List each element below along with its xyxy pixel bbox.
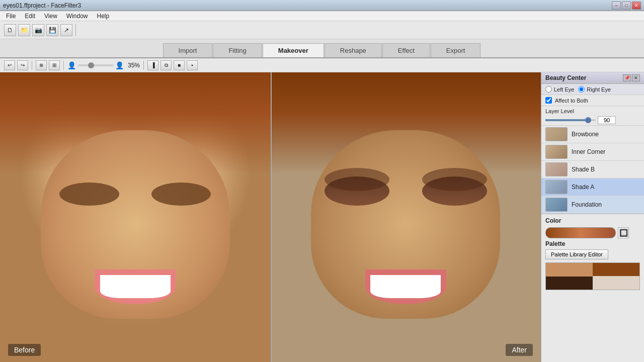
color-section: Color 🔲 Palette Palette Library Editor [541, 214, 644, 292]
person-icon: 👤 [67, 61, 76, 69]
view-after-btn[interactable]: ▪ [187, 60, 198, 70]
layer-inner-corner-thumb [545, 145, 568, 159]
menu-window[interactable]: Window [62, 12, 92, 21]
right-eye-option[interactable]: Right Eye [578, 86, 611, 93]
layer-shade-a-label: Shade A [572, 184, 594, 191]
tab-reshape[interactable]: Reshape [325, 43, 382, 57]
separator2 [63, 61, 64, 70]
titlebar-title: eyes01.ffproject - FaceFilter3 [3, 2, 81, 9]
undo-button[interactable]: ↩ [4, 60, 15, 70]
layer-level-label: Layer Level [545, 108, 640, 114]
left-eye-option[interactable]: Left Eye [545, 86, 574, 93]
titlebar: eyes01.ffproject - FaceFilter3 − □ ✕ [0, 0, 644, 11]
menu-file[interactable]: File [2, 12, 20, 21]
open-button[interactable]: 📁 [18, 24, 30, 36]
affect-both-label: Affect to Both [555, 98, 588, 104]
layer-browbone-thumb [545, 127, 568, 141]
separator1 [32, 61, 32, 70]
canvas-area: Before After [0, 72, 541, 362]
layer-shade-b[interactable]: Shade B [541, 161, 644, 178]
view-split-btn[interactable]: ▐ [147, 60, 158, 70]
tab-fitting[interactable]: Fitting [213, 43, 262, 57]
bc-pin-button[interactable]: 📌 [623, 74, 631, 81]
zoom-slider[interactable] [78, 64, 113, 66]
before-panel: Before [0, 72, 271, 362]
after-label: After [506, 344, 533, 356]
after-panel: After [271, 72, 541, 362]
capture-button[interactable]: 📷 [32, 24, 44, 36]
color-label: Color [545, 217, 640, 224]
layer-inner-corner[interactable]: Inner Corner [541, 143, 644, 161]
right-eye-label: Right Eye [587, 86, 611, 93]
tab-import[interactable]: Import [163, 43, 213, 57]
toolbar2: ↩ ↪ ⊗ ⊞ 👤 👤 35% ▐ ⧉ ■ ▪ [0, 58, 644, 72]
tab-makeover[interactable]: Makeover [263, 43, 324, 57]
palette-label: Palette [545, 240, 640, 247]
new-button[interactable]: 🗋 [4, 24, 16, 36]
close-button[interactable]: ✕ [632, 2, 641, 10]
palette-grid[interactable] [545, 262, 640, 290]
layer-browbone[interactable]: Browbone [541, 126, 644, 143]
separator3 [143, 61, 144, 70]
layer-level-row: Layer Level 90 [541, 106, 644, 126]
layer-shade-b-label: Shade B [572, 166, 595, 173]
layer-level-input[interactable]: 90 [598, 116, 616, 124]
beauty-center-header: Beauty Center 📌 ✕ [541, 72, 644, 84]
menubar: File Edit View Window Help [0, 11, 644, 21]
color-swatch[interactable] [545, 227, 616, 238]
cancel-button[interactable]: ⊗ [36, 60, 47, 70]
menu-edit[interactable]: Edit [21, 12, 39, 21]
person-large-icon: 👤 [115, 61, 124, 69]
toolbar-separator [75, 24, 76, 36]
layer-foundation-thumb [545, 198, 568, 212]
view-compare-btn[interactable]: ⧉ [160, 60, 172, 70]
affect-row: Affect to Both [541, 95, 644, 106]
eye-selector: Left Eye Right Eye [541, 84, 644, 95]
titlebar-controls: − □ ✕ [612, 2, 641, 10]
layer-list: Browbone Inner Corner Shade B Shade A Fo… [541, 126, 644, 214]
save-button[interactable]: 💾 [46, 24, 58, 36]
layer-foundation-label: Foundation [572, 201, 602, 208]
layer-level-controls: 90 [545, 116, 640, 124]
minimize-button[interactable]: − [612, 2, 621, 10]
palette-editor-button[interactable]: Palette Library Editor [545, 249, 608, 259]
eyedropper-button[interactable]: 🔲 [618, 227, 629, 238]
main-area: Before After [0, 72, 644, 362]
layer-shade-a-thumb [545, 180, 568, 194]
redo-button[interactable]: ↪ [17, 60, 28, 70]
tab-export[interactable]: Export [431, 43, 481, 57]
export-button[interactable]: ↗ [60, 24, 72, 36]
before-label: Before [8, 344, 41, 356]
color-swatch-row: 🔲 [545, 227, 640, 238]
beauty-center-title: Beauty Center [545, 74, 586, 81]
layer-inner-corner-label: Inner Corner [572, 148, 605, 155]
bc-close-button[interactable]: ✕ [632, 74, 640, 81]
left-eye-radio[interactable] [545, 86, 552, 93]
layer-level-slider[interactable] [545, 119, 596, 121]
menu-help[interactable]: Help [93, 12, 114, 21]
main-toolbar: 🗋 📁 📷 💾 ↗ [0, 21, 644, 39]
left-eye-label: Left Eye [554, 86, 574, 93]
layer-shade-b-thumb [545, 162, 568, 176]
layer-browbone-label: Browbone [572, 131, 599, 138]
layer-shade-a[interactable]: Shade A [541, 178, 644, 196]
after-image [271, 72, 541, 362]
right-panel: Beauty Center 📌 ✕ Left Eye Right Eye Aff… [541, 72, 644, 362]
right-eye-radio[interactable] [578, 86, 585, 93]
menu-view[interactable]: View [40, 12, 61, 21]
before-image [0, 72, 271, 362]
zoom-value: 35% [128, 62, 140, 69]
crop-button[interactable]: ⊞ [49, 60, 60, 70]
tab-effect[interactable]: Effect [382, 43, 430, 57]
nav-tabs: Import Fitting Makeover Reshape Effect E… [0, 39, 644, 58]
panel-divider [271, 72, 272, 362]
affect-both-checkbox[interactable] [545, 97, 552, 104]
maximize-button[interactable]: □ [622, 2, 631, 10]
layer-foundation[interactable]: Foundation [541, 196, 644, 214]
view-before-btn[interactable]: ■ [174, 60, 185, 70]
